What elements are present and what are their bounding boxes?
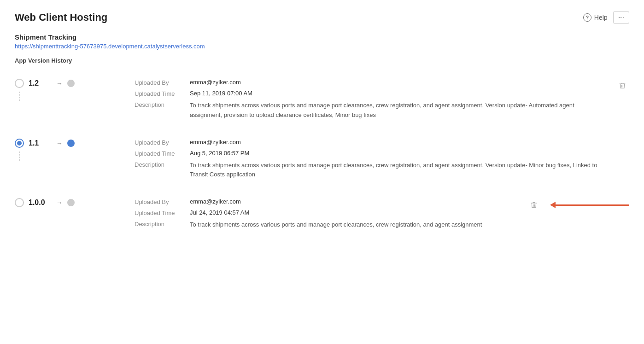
version-right-actions	[606, 79, 629, 93]
uploaded-time-label: Uploaded Time	[135, 90, 190, 97]
uploaded-by-value: emma@zylker.com	[190, 198, 527, 205]
uploaded-time-value: Aug 5, 2019 06:57 PM	[190, 150, 606, 157]
description-value: To track shipments across various ports …	[190, 220, 527, 230]
uploaded-by-label: Uploaded By	[135, 198, 190, 205]
description-label: Description	[135, 101, 190, 108]
uploaded-by-label: Uploaded By	[135, 139, 190, 146]
arrow-head-icon	[550, 202, 556, 208]
version-radio[interactable]	[15, 198, 24, 207]
description-label: Description	[135, 220, 190, 227]
uploaded-by-value: emma@zylker.com	[190, 79, 606, 86]
version-details: Uploaded Byemma@zylker.comUploaded TimeA…	[116, 139, 606, 184]
version-number: 1.2	[29, 79, 52, 87]
arrow-icon: →	[56, 140, 63, 147]
red-arrow-annotation	[550, 202, 629, 208]
uploaded-time-value: Sep 11, 2019 07:00 AM	[190, 90, 606, 97]
uploaded-by-label: Uploaded By	[135, 79, 190, 86]
version-timeline: 1.1→	[15, 139, 116, 148]
app-name: Shipment Tracking	[15, 33, 629, 41]
description-value: To track shipments across various ports …	[190, 101, 606, 120]
version-dot	[67, 140, 75, 147]
version-timeline: 1.2→	[15, 79, 116, 88]
uploaded-time-value: Jul 24, 2019 04:57 AM	[190, 209, 527, 216]
version-radio[interactable]	[15, 79, 24, 88]
uploaded-time-label: Uploaded Time	[135, 150, 190, 157]
description-value: To track shipments across various ports …	[190, 161, 606, 180]
help-button[interactable]: ? Help	[583, 13, 608, 22]
section-title: App Version History	[15, 57, 629, 64]
uploaded-by-value: emma@zylker.com	[190, 139, 606, 146]
version-item: 1.0.0→Uploaded Byemma@zylker.comUploaded…	[15, 191, 629, 241]
version-number: 1.0.0	[29, 198, 52, 207]
version-details: Uploaded Byemma@zylker.comUploaded TimeJ…	[116, 198, 527, 233]
more-options-button[interactable]: ···	[613, 11, 629, 24]
more-icon: ···	[618, 13, 624, 22]
delete-version-button[interactable]	[615, 79, 629, 93]
connector-line	[19, 152, 20, 161]
version-right-actions	[527, 198, 629, 212]
arrow-line	[556, 204, 629, 206]
page-title: Web Client Hosting	[15, 12, 107, 23]
version-list: 1.2→Uploaded Byemma@zylker.comUploaded T…	[15, 71, 629, 241]
delete-version-button[interactable]	[527, 198, 541, 212]
version-details: Uploaded Byemma@zylker.comUploaded TimeS…	[116, 79, 606, 124]
connector-line	[19, 92, 20, 101]
version-dot	[67, 199, 75, 206]
version-dot	[67, 80, 75, 87]
version-number: 1.1	[29, 139, 52, 147]
arrow-icon: →	[56, 80, 63, 87]
help-label: Help	[594, 14, 608, 21]
help-icon: ?	[583, 13, 591, 22]
version-item: 1.1→Uploaded Byemma@zylker.comUploaded T…	[15, 131, 629, 191]
version-radio[interactable]	[15, 139, 24, 148]
arrow-icon: →	[56, 199, 63, 206]
version-item: 1.2→Uploaded Byemma@zylker.comUploaded T…	[15, 71, 629, 131]
app-url[interactable]: https://shipmenttracking-57673975.develo…	[15, 43, 629, 50]
description-label: Description	[135, 161, 190, 168]
version-timeline: 1.0.0→	[15, 198, 116, 207]
uploaded-time-label: Uploaded Time	[135, 209, 190, 216]
